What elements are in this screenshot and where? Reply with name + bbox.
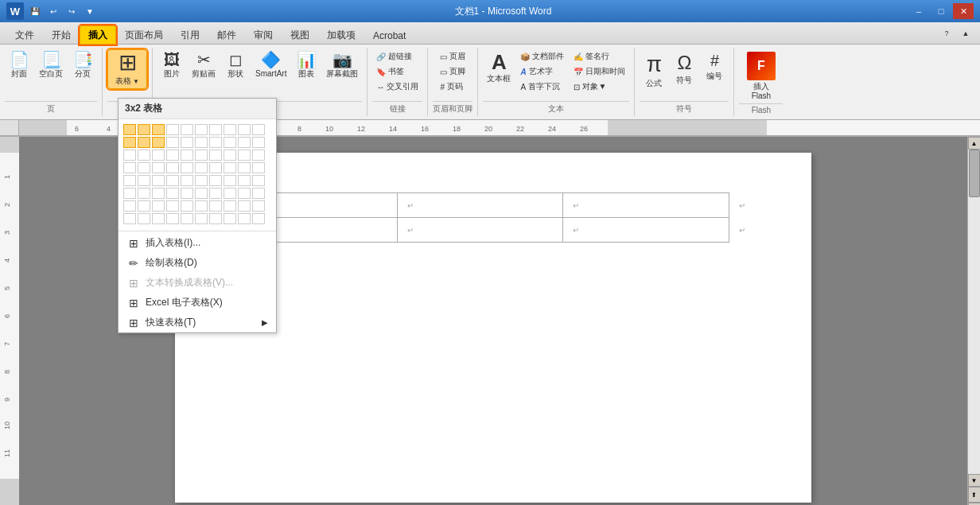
grid-cell-4-6[interactable] — [209, 175, 222, 186]
grid-cell-3-0[interactable] — [123, 162, 136, 173]
tab-insert[interactable]: 插入 — [80, 25, 116, 45]
grid-cell-3-1[interactable] — [138, 162, 150, 173]
grid-cell-5-5[interactable] — [195, 188, 208, 199]
crossref-btn[interactable]: ↔ 交叉引用 — [372, 80, 422, 94]
insert-flash-btn[interactable]: F 插入Flash — [739, 49, 783, 103]
screenshot-btn[interactable]: 📷 屏幕截图 — [322, 49, 362, 81]
undo-quick-btn[interactable]: ↩ — [45, 4, 61, 18]
grid-cell-5-3[interactable] — [166, 188, 179, 199]
grid-cell-7-5[interactable] — [195, 213, 208, 224]
grid-cell-5-1[interactable] — [138, 188, 150, 199]
clip-art-btn[interactable]: ✂ 剪贴画 — [188, 49, 220, 81]
grid-cell-0-7[interactable] — [224, 124, 236, 135]
blank-page-btn[interactable]: 📃 空白页 — [35, 49, 67, 81]
redo-quick-btn[interactable]: ↪ — [64, 4, 80, 18]
grid-cell-0-9[interactable] — [252, 124, 265, 135]
maximize-btn[interactable]: □ — [931, 3, 951, 19]
grid-cell-7-6[interactable] — [209, 213, 222, 224]
grid-cell-1-3[interactable] — [166, 137, 179, 148]
dropcap-btn[interactable]: A 首字下沉 — [516, 80, 568, 94]
wordart-btn[interactable]: A 艺术字 — [516, 64, 568, 79]
datetime-btn[interactable]: 📅 日期和时间 — [570, 64, 629, 79]
table-btn[interactable]: ⊞ 表格 ▼ — [107, 49, 147, 89]
grid-cell-7-1[interactable] — [138, 213, 150, 224]
quick-table-menu-item[interactable]: ⊞ 快速表格(T) ▶ — [119, 313, 276, 332]
tab-view[interactable]: 视图 — [282, 25, 318, 45]
grid-cell-3-3[interactable] — [166, 162, 179, 173]
grid-cell-5-6[interactable] — [209, 188, 222, 199]
save-quick-btn[interactable]: 💾 — [27, 4, 43, 18]
bookmark-btn[interactable]: 🔖 书签 — [372, 64, 422, 79]
grid-cell-4-1[interactable] — [138, 175, 150, 186]
grid-cell-3-9[interactable] — [252, 162, 265, 173]
grid-cell-1-5[interactable] — [195, 137, 208, 148]
grid-cell-4-0[interactable] — [123, 175, 136, 186]
grid-cell-2-9[interactable] — [252, 150, 265, 161]
grid-cell-1-4[interactable] — [181, 137, 193, 148]
grid-cell-0-5[interactable] — [195, 124, 208, 135]
grid-cell-2-3[interactable] — [166, 150, 179, 161]
grid-cell-6-2[interactable] — [152, 200, 165, 212]
scroll-prev-page-btn[interactable]: ⬆ — [968, 487, 981, 503]
grid-cell-0-3[interactable] — [166, 124, 179, 135]
customize-quick-btn[interactable]: ▼ — [82, 4, 98, 18]
grid-cell-1-9[interactable] — [252, 137, 265, 148]
grid-cell-5-0[interactable] — [123, 188, 136, 199]
grid-cell-0-0[interactable] — [123, 124, 136, 135]
grid-cell-3-7[interactable] — [224, 162, 236, 173]
page-break-btn[interactable]: 📑 分页 — [68, 49, 97, 81]
grid-cell-6-4[interactable] — [181, 200, 193, 212]
grid-cell-3-4[interactable] — [181, 162, 193, 173]
grid-cell-4-7[interactable] — [224, 175, 236, 186]
grid-cell-6-3[interactable] — [166, 200, 179, 212]
grid-cell-7-9[interactable] — [252, 213, 265, 224]
tab-acrobat[interactable]: Acrobat — [364, 25, 414, 45]
grid-cell-1-0[interactable] — [123, 137, 136, 148]
grid-cell-7-7[interactable] — [224, 213, 236, 224]
grid-cell-4-4[interactable] — [181, 175, 193, 186]
scroll-down-btn[interactable]: ▼ — [968, 474, 981, 487]
grid-cell-7-3[interactable] — [166, 213, 179, 224]
grid-cell-4-8[interactable] — [238, 175, 251, 186]
grid-cell-3-8[interactable] — [238, 162, 251, 173]
grid-cell-2-1[interactable] — [138, 150, 150, 161]
grid-cell-0-4[interactable] — [181, 124, 193, 135]
formula-btn[interactable]: π 公式 — [640, 49, 668, 91]
grid-cell-2-7[interactable] — [224, 150, 236, 161]
draw-table-menu-item[interactable]: ✏ 绘制表格(D) — [119, 253, 276, 273]
grid-cell-7-4[interactable] — [181, 213, 193, 224]
grid-cell-6-0[interactable] — [123, 200, 136, 212]
grid-cell-2-4[interactable] — [181, 150, 193, 161]
scroll-track[interactable] — [968, 150, 981, 474]
grid-cell-5-4[interactable] — [181, 188, 193, 199]
grid-cell-1-2[interactable] — [152, 137, 165, 148]
tab-layout[interactable]: 页面布局 — [116, 25, 172, 45]
cover-btn[interactable]: 📄 封面 — [5, 49, 33, 81]
symbol-btn[interactable]: Ω 符号 — [670, 49, 698, 87]
header-btn[interactable]: ▭ 页眉 — [436, 49, 469, 64]
grid-cell-5-8[interactable] — [238, 188, 251, 199]
grid-cell-0-8[interactable] — [238, 124, 251, 135]
grid-cell-7-0[interactable] — [123, 213, 136, 224]
textbox-btn[interactable]: A 文本框 — [483, 49, 515, 86]
hyperlink-btn[interactable]: 🔗 超链接 — [372, 49, 422, 64]
picture-btn[interactable]: 🖼 图片 — [158, 49, 186, 81]
grid-cell-3-2[interactable] — [152, 162, 165, 173]
grid-cell-6-9[interactable] — [252, 200, 265, 212]
grid-cell-7-8[interactable] — [238, 213, 251, 224]
grid-cell-6-7[interactable] — [224, 200, 236, 212]
grid-cell-4-5[interactable] — [195, 175, 208, 186]
tab-file[interactable]: 文件 — [6, 25, 43, 45]
grid-cell-6-1[interactable] — [138, 200, 150, 212]
scroll-up-btn[interactable]: ▲ — [968, 137, 981, 150]
signline-btn[interactable]: ✍ 签名行 — [570, 49, 629, 64]
grid-cell-5-9[interactable] — [252, 188, 265, 199]
grid-cell-2-6[interactable] — [209, 150, 222, 161]
grid-cell-2-0[interactable] — [123, 150, 136, 161]
footer-btn[interactable]: ▭ 页脚 — [436, 64, 469, 79]
grid-cell-2-2[interactable] — [152, 150, 165, 161]
page-number-btn[interactable]: # 页码 — [436, 80, 469, 94]
docparts-btn[interactable]: 📦 文档部件 — [516, 49, 568, 64]
shapes-btn[interactable]: ◻ 形状 — [221, 49, 250, 81]
object-btn[interactable]: ⊡ 对象▼ — [570, 80, 629, 94]
